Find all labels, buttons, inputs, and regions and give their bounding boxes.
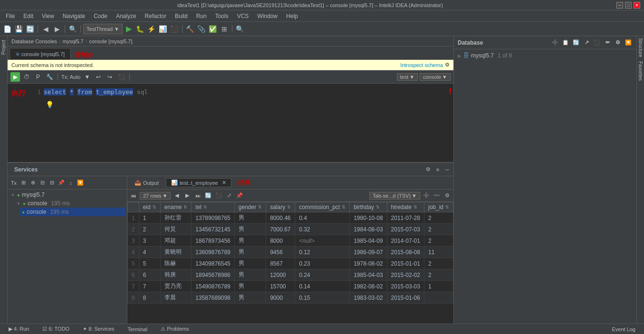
table-row[interactable]: 66韩庚18945678986男120000.241985-04-032015-… <box>127 269 453 281</box>
toolbar-search[interactable]: 🔍 <box>67 24 78 34</box>
toolbar-profile[interactable]: 📊 <box>158 24 168 34</box>
param-icon[interactable]: P <box>33 72 43 82</box>
collapse-icon[interactable]: ⊟ <box>38 179 47 187</box>
toolbar-build[interactable]: 🔨 <box>185 24 195 34</box>
tx-dropdown[interactable]: ▼ <box>82 72 92 82</box>
table-tab[interactable]: 📊 test..t_employee ✕ <box>166 178 231 187</box>
table-row[interactable]: 88李晨13587689098男90000.151983-03-022015-0… <box>127 292 453 304</box>
tx-tab[interactable]: Tx <box>10 179 18 187</box>
refresh-icon[interactable]: 🔄 <box>204 191 212 200</box>
bottom-settings-icon[interactable]: ≡ <box>433 165 442 174</box>
expand-icon[interactable]: ⊕ <box>29 179 37 187</box>
settings-icon[interactable]: 🔧 <box>45 72 54 82</box>
table-row[interactable]: 22何炅13456732145男7000.670.321984-08-03201… <box>127 224 453 235</box>
menu-view[interactable]: View <box>38 12 58 20</box>
filter-db-icon[interactable]: 🔽 <box>624 38 633 47</box>
pin-icon[interactable]: 📌 <box>57 179 66 187</box>
toolbar-terminal[interactable]: ⊞ <box>219 24 230 34</box>
menu-navigate[interactable]: Navigate <box>59 12 89 20</box>
toolbar-new-file[interactable]: 📄 <box>2 24 12 34</box>
menu-help[interactable]: Help <box>282 12 302 20</box>
tree-console-parent[interactable]: ▼ ● console 195 ms <box>14 199 126 208</box>
filter-icon[interactable]: 🔽 <box>76 179 85 187</box>
test-context-badge[interactable]: test ▼ <box>397 73 418 81</box>
pin-results-icon[interactable]: 📌 <box>235 191 244 200</box>
menu-run[interactable]: Run <box>192 12 211 20</box>
col-header-eid[interactable]: eid ⇅ <box>139 202 160 212</box>
services-status-tab[interactable]: ✦ 8: Services <box>78 324 119 334</box>
db-tree-mysql57[interactable]: ▶ 🗄 mysql5.7 1 of 8 <box>456 51 634 60</box>
toolbar-stop[interactable]: ⬛ <box>169 24 180 34</box>
project-tab[interactable]: Project <box>0 38 7 57</box>
bottom-close-icon[interactable]: ─ <box>443 165 452 174</box>
jump-to-schema-icon[interactable]: ↗ <box>582 38 591 47</box>
terminal-status-tab[interactable]: Terminal <box>123 324 153 334</box>
table-tab-close[interactable]: ✕ <box>222 180 226 186</box>
stop-icon[interactable]: ⬛ <box>116 72 126 82</box>
col-header-tel[interactable]: tel ⇅ <box>192 202 234 212</box>
breadcrumb-database-consoles[interactable]: Database Consoles <box>11 38 57 44</box>
history-icon[interactable]: ⏱ <box>22 72 31 82</box>
favorites-tab[interactable]: Favorites <box>637 59 644 83</box>
rows-badge[interactable]: 27 rows ▼ <box>140 192 171 200</box>
minimize-button[interactable]: ─ <box>616 2 623 9</box>
introspect-schema-link[interactable]: Introspect schema <box>400 62 443 68</box>
menu-edit[interactable]: Edit <box>19 12 37 20</box>
align-left-icon[interactable]: ⊞ <box>19 179 28 187</box>
toolbar-coverage[interactable]: ⚡ <box>146 24 157 34</box>
expand-results-icon[interactable]: ⤢ <box>225 191 233 200</box>
menu-tools[interactable]: Tools <box>211 12 232 20</box>
toolbar-save[interactable]: 💾 <box>13 24 24 34</box>
toolbar-back[interactable]: ◀ <box>40 24 51 34</box>
run-status-tab[interactable]: ▶ 4: Run <box>4 324 34 334</box>
add-datasource-icon[interactable]: ➕ <box>551 38 559 47</box>
col-header-gender[interactable]: gender ⇅ <box>234 202 266 212</box>
run-config-dropdown[interactable]: TestThread ▼ <box>83 24 123 34</box>
col-header-ename[interactable]: ename ⇅ <box>160 202 192 212</box>
menu-refactor[interactable]: Refactor <box>141 12 170 20</box>
event-log-tab[interactable]: Event Log <box>607 324 640 334</box>
col-header-salary[interactable]: salary ⇅ <box>266 202 295 212</box>
menu-vcs[interactable]: VCS <box>233 12 253 20</box>
table-row[interactable]: 44黄晓明13609876789男94560.121986-09-072015-… <box>127 247 453 258</box>
table-row[interactable]: 55陈赫13409876545男85670.231978-08-022015-0… <box>127 258 453 269</box>
stop-sync-icon[interactable]: ⬛ <box>593 38 601 47</box>
sync-icon[interactable]: 🔄 <box>572 38 580 47</box>
stop-results-icon[interactable]: ⬛ <box>214 191 223 200</box>
menu-analyze[interactable]: Analyze <box>112 12 140 20</box>
console-context-badge[interactable]: console ▼ <box>420 73 451 81</box>
menu-build[interactable]: Build <box>171 12 192 20</box>
sort-icon[interactable]: ↕ <box>67 179 75 187</box>
table-row[interactable]: 77贾乃亮15490876789男157000.141982-08-022015… <box>127 281 453 292</box>
toolbar-sync[interactable]: 🔄 <box>25 24 35 34</box>
toolbar-forward[interactable]: ▶ <box>52 24 62 34</box>
edit-icon[interactable]: ✏ <box>603 38 612 47</box>
right-panel-settings-icon[interactable]: ⚙ <box>614 38 622 47</box>
prev-page-icon[interactable]: ◀ <box>173 191 181 200</box>
redo-icon[interactable]: ↪ <box>105 72 115 82</box>
sql-code-area[interactable]: select * from t_employee sql 💡 <box>44 87 450 158</box>
editor-tab-console[interactable]: ⊛ console [mysql5.7] <box>10 48 71 59</box>
col-header-hiredate[interactable]: hiredate ⇅ <box>387 202 424 212</box>
first-page-icon[interactable]: ⏮ <box>129 191 138 200</box>
export-badge[interactable]: Tab-se...d (TSV) ▼ <box>369 192 420 200</box>
output-tab[interactable]: 📤 Output <box>129 178 164 187</box>
close-button[interactable]: ✕ <box>634 2 640 9</box>
sql-editor[interactable]: 执行 1 select * from t_employee sql <box>8 84 453 162</box>
bottom-gear-icon[interactable]: ⚙ <box>424 165 433 174</box>
toolbar-commit[interactable]: ✅ <box>208 24 218 34</box>
last-page-icon[interactable]: ⏭ <box>193 191 202 200</box>
table-row[interactable]: 33邓超18678973456男8000<null>1985-04-092014… <box>127 235 453 247</box>
toolbar-run[interactable]: ▶ <box>124 24 134 34</box>
tree-console-selected[interactable]: ● console 195 ms <box>20 208 126 216</box>
col-header-commission[interactable]: commission_pct ⇅ <box>295 202 350 212</box>
toolbar-find[interactable]: 🔍 <box>235 24 245 34</box>
breadcrumb-console[interactable]: console [mysql5.7] <box>89 38 132 44</box>
delete-row-icon[interactable]: ➖ <box>433 191 441 200</box>
menu-file[interactable]: File <box>2 12 19 20</box>
maximize-button[interactable]: □ <box>625 2 632 9</box>
add-row-icon[interactable]: ➕ <box>422 191 431 200</box>
results-settings-icon[interactable]: ⚙ <box>443 191 452 200</box>
menu-window[interactable]: Window <box>253 12 281 20</box>
menu-code[interactable]: Code <box>90 12 111 20</box>
